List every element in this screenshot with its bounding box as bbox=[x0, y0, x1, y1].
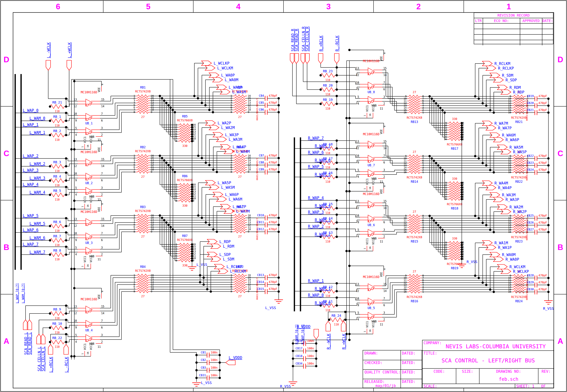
resistor-network-RB16: 9810711612513414315216127RCTS742X8RB16 bbox=[403, 270, 424, 303]
svg-text:470pF: 470pF bbox=[269, 287, 277, 291]
svg-text:CB4: CB4 bbox=[259, 94, 264, 98]
svg-text:16: 16 bbox=[369, 187, 371, 189]
schematic-svg: 654321DDCCBBAAL_WAP_[0:7]L_WAM_[0:7]R_WA… bbox=[0, 0, 567, 392]
svg-text:13: 13 bbox=[356, 283, 359, 286]
svg-text:27: 27 bbox=[238, 115, 241, 119]
svg-text:16: 16 bbox=[87, 205, 89, 207]
svg-text:16: 16 bbox=[369, 329, 371, 332]
svg-text:CB25: CB25 bbox=[527, 214, 534, 217]
svg-text:110: 110 bbox=[325, 93, 330, 96]
svg-text:RCTS742X8: RCTS742X8 bbox=[407, 236, 422, 239]
signal-arrow-L_WA7P: L_WA7P bbox=[212, 204, 246, 231]
svg-text:RB16: RB16 bbox=[411, 299, 418, 303]
svg-text:L_WAP_0: L_WAP_0 bbox=[23, 108, 39, 112]
svg-text:RB_22: RB_22 bbox=[52, 336, 62, 340]
svg-text:CB11: CB11 bbox=[257, 221, 264, 224]
svg-text:13: 13 bbox=[356, 140, 359, 143]
svg-text:9: 9 bbox=[358, 304, 359, 307]
capacitor-CB31: CB31100n bbox=[196, 374, 220, 380]
svg-text:CB19: CB19 bbox=[527, 94, 534, 98]
svg-text:1: 1 bbox=[363, 331, 366, 332]
svg-text:330: 330 bbox=[452, 117, 457, 121]
svg-text:MC10H116D: MC10H116D bbox=[81, 90, 97, 94]
resistor-network-RB24: 9810711612513414315216127RCTS742X8RB24 bbox=[508, 270, 528, 303]
svg-text:14: 14 bbox=[383, 206, 387, 210]
svg-text:RB19: RB19 bbox=[451, 266, 458, 270]
svg-text:VEE: VEE bbox=[98, 147, 101, 152]
svg-text:8: 8 bbox=[101, 203, 104, 205]
title-label: TITLE: bbox=[424, 351, 437, 355]
svg-text:11: 11 bbox=[380, 240, 383, 243]
svg-text:SCA_CELLN_R: SCA_CELLN_R bbox=[301, 27, 306, 51]
svg-text:L_WA0P: L_WA0P bbox=[221, 73, 235, 77]
svg-text:L_VDDD: L_VDDD bbox=[229, 356, 242, 360]
svg-text:CB7: CB7 bbox=[259, 154, 264, 157]
svg-text:470pF: 470pF bbox=[538, 274, 547, 277]
svg-text:6: 6 bbox=[101, 179, 103, 182]
svg-text:VEE: VEE bbox=[380, 56, 383, 61]
svg-text:2: 2 bbox=[383, 102, 385, 105]
connector-L_-WCLK: L_-WCLK bbox=[46, 42, 51, 70]
svg-text:R_WA3P: R_WA3P bbox=[506, 197, 519, 202]
svg-text:VEE: VEE bbox=[98, 87, 101, 92]
col-date: DATE: bbox=[542, 18, 553, 23]
svg-text:UB_8: UB_8 bbox=[368, 90, 375, 94]
svg-text:330: 330 bbox=[182, 204, 188, 207]
svg-text:110: 110 bbox=[325, 294, 330, 298]
capacitor-CB19: CB19470pF0603/S bbox=[515, 94, 548, 107]
svg-text:R_WAP_6: R_WAP_6 bbox=[308, 150, 324, 154]
svg-text:RCTS742X8: RCTS742X8 bbox=[135, 150, 151, 153]
svg-text:CB13: CB13 bbox=[257, 273, 264, 277]
svg-text:L_WAP_2: L_WAP_2 bbox=[23, 154, 39, 158]
svg-text:2: 2 bbox=[101, 340, 103, 343]
svg-text:L_SDM: L_SDM bbox=[223, 257, 234, 261]
ic-UB_6: 13121514109765432MC10H116DUB_6VBB11VCC1V… bbox=[345, 182, 387, 252]
svg-text:R_RDM: R_RDM bbox=[509, 85, 521, 90]
svg-text:R_WAP_0: R_WAP_0 bbox=[308, 293, 324, 297]
svg-text:RCTS742X8: RCTS742X8 bbox=[511, 176, 527, 179]
svg-text:2: 2 bbox=[101, 133, 103, 137]
svg-text:4: 4 bbox=[236, 2, 241, 11]
svg-text:470pF: 470pF bbox=[538, 154, 547, 157]
svg-text:CB24: CB24 bbox=[527, 168, 534, 171]
svg-text:R_WA5P: R_WA5P bbox=[513, 150, 527, 154]
svg-text:RB15: RB15 bbox=[411, 240, 418, 243]
svg-text:L_WAP_5: L_WAP_5 bbox=[23, 214, 39, 218]
connector-R_+WCLK: R_+WCLK bbox=[341, 321, 346, 350]
svg-text:VCC2: VCC2 bbox=[372, 238, 375, 245]
ic-net-links bbox=[100, 70, 407, 339]
svg-text:SCA_CELLN_R: SCA_CELLN_R bbox=[305, 27, 310, 51]
svg-text:L_WAM_4: L_WAM_4 bbox=[30, 190, 45, 195]
svg-text:R_+WCLK: R_+WCLK bbox=[342, 334, 346, 350]
svg-text:VCC2: VCC2 bbox=[372, 321, 375, 328]
svg-text:100n: 100n bbox=[211, 351, 218, 354]
svg-text:110: 110 bbox=[325, 107, 330, 110]
svg-text:14: 14 bbox=[383, 73, 387, 77]
svg-text:L_WA1M: L_WA1M bbox=[232, 90, 246, 94]
checked-label: CHECKED: bbox=[364, 361, 382, 365]
svg-text:470pF: 470pF bbox=[538, 228, 547, 231]
svg-text:15: 15 bbox=[101, 305, 104, 308]
svg-text:6: 6 bbox=[383, 221, 385, 224]
revision-record-table: REVISION RECORD LTR ECO NO: APPROVED DAT… bbox=[474, 13, 553, 44]
svg-text:16: 16 bbox=[369, 113, 371, 116]
svg-text:2: 2 bbox=[101, 193, 103, 196]
svg-text:5: 5 bbox=[358, 168, 359, 172]
svg-text:VEE: VEE bbox=[380, 189, 383, 194]
svg-text:0603/S: 0603/S bbox=[525, 112, 528, 121]
svg-text:L_-WCLK: L_-WCLK bbox=[46, 42, 51, 58]
resistor-network-RB3: 11621531441351261171089RB3RCTS742X827 bbox=[134, 205, 154, 238]
svg-text:RB_16: RB_16 bbox=[323, 171, 333, 175]
svg-text:27: 27 bbox=[141, 235, 145, 238]
svg-text:L_RCLKM: L_RCLKM bbox=[230, 269, 246, 274]
svg-text:L_WAP_7: L_WAP_7 bbox=[23, 242, 39, 246]
ic-UB_8: 13121514109765432MC10H116DUB_8VBB11VCC1V… bbox=[345, 49, 387, 119]
terminator-drops bbox=[159, 95, 448, 261]
svg-text:RCTS766X8: RCTS766X8 bbox=[177, 119, 193, 122]
svg-text:VCC1: VCC1 bbox=[366, 178, 369, 185]
svg-text:VEE: VEE bbox=[98, 207, 101, 212]
resistor-network-RB18: 98107116125134143152161330RCTS766X8RB18 bbox=[444, 177, 464, 210]
svg-text:13: 13 bbox=[74, 158, 77, 161]
signal-arrow-R_WA2M: R_WA2M bbox=[489, 205, 523, 231]
svg-text:5: 5 bbox=[75, 186, 77, 189]
